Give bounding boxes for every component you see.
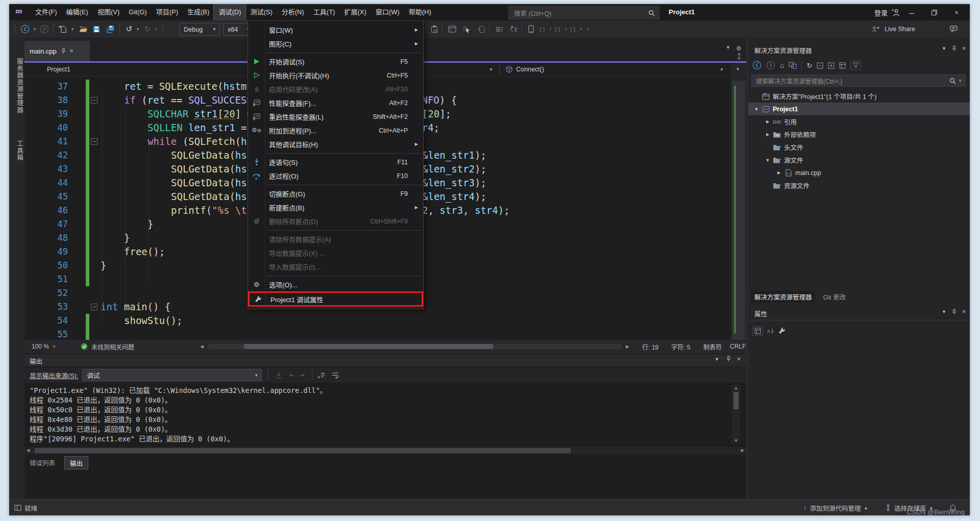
toolbar-grip[interactable] — [12, 20, 17, 38]
collapse-all-icon[interactable] — [817, 62, 823, 69]
pin-icon[interactable] — [951, 45, 957, 52]
debug-menu-item-9[interactable]: 其他调试目标(H)▶ — [248, 137, 423, 151]
tree-item-7[interactable]: 资源文件 — [748, 179, 970, 192]
tab-git-changes[interactable]: Git 更改 — [820, 291, 849, 303]
scroll-right-icon[interactable]: ▶ — [741, 448, 744, 453]
chevron-down-icon[interactable]: ▼ — [489, 63, 493, 76]
live-share-button[interactable]: Live Share — [882, 20, 918, 38]
menubar-item-6-open[interactable]: 调试(D) — [214, 4, 246, 20]
menubar-item-10[interactable]: 扩展(X) — [339, 4, 371, 20]
categorized-icon[interactable] — [752, 326, 763, 336]
break-all-icon[interactable] — [460, 20, 473, 38]
code-line-55[interactable]: 55 — [24, 328, 731, 340]
debug-menu-item-1[interactable]: 图形(C)▶ — [248, 37, 423, 51]
properties-header[interactable]: 属性 ▼ × — [748, 306, 970, 319]
send-feedback-icon[interactable] — [948, 20, 959, 38]
toolbar-overflow-dropdown[interactable]: ▼ — [585, 20, 591, 38]
minimize-button[interactable] — [900, 4, 923, 20]
debug-menu-item-4[interactable]: 开始执行(不调试)(H)Ctrl+F5 — [248, 68, 423, 82]
zoom-level-dropdown[interactable]: 100 % ▼ — [32, 340, 56, 353]
debug-menu-item-15[interactable]: 新建断点(B)▶ — [248, 201, 423, 214]
pin-icon[interactable] — [61, 48, 66, 54]
account-icon[interactable] — [892, 9, 900, 16]
menubar-item-11[interactable]: 窗口(W) — [371, 4, 404, 20]
close-icon[interactable]: × — [962, 308, 966, 315]
expander-closed-icon[interactable]: ▶ — [764, 132, 772, 137]
scroll-left-icon[interactable]: ◀ — [200, 340, 204, 353]
properties-icon[interactable] — [839, 62, 846, 69]
tree-item-5[interactable]: ▼源文件 — [748, 154, 970, 166]
scroll-right-icon[interactable]: ▶ — [626, 340, 629, 353]
debug-menu-item-0[interactable]: 窗口(W)▶ — [248, 23, 423, 37]
tab-error-list[interactable]: 错误列表 — [24, 456, 60, 469]
tree-item-3[interactable]: ▶外部依赖项 — [748, 128, 970, 141]
solution-explorer-search[interactable]: 搜索解决方案资源管理器(Ctrl+;) ▼ — [751, 75, 966, 87]
device-icon[interactable] — [526, 20, 536, 38]
navigate-back-dropdown[interactable]: ▼ — [32, 20, 38, 38]
switch-views-icon[interactable] — [789, 62, 797, 69]
expander-closed-icon[interactable]: ▶ — [764, 119, 772, 124]
hscrollbar-thumb[interactable] — [244, 344, 493, 349]
undo-dropdown[interactable]: ▼ — [135, 20, 141, 38]
attach-snippet-icon[interactable] — [429, 20, 440, 38]
editor-hscrollbar[interactable] — [208, 344, 622, 349]
debug-menu-item-8[interactable]: ⚙⚙附加到进程(P)...Ctrl+Alt+P — [248, 123, 423, 137]
close-icon[interactable]: × — [737, 356, 741, 363]
chevron-down-icon[interactable]: ▼ — [720, 63, 724, 76]
debug-menu-item-6[interactable]: 性能探查器(F)...Alt+F2 — [248, 96, 423, 110]
alphabetical-icon[interactable]: A — [767, 328, 774, 334]
toolbox-tab[interactable]: 工具箱 — [9, 133, 24, 168]
menubar-item-4[interactable]: 项目(P) — [152, 4, 183, 20]
live-share-icon[interactable] — [871, 20, 880, 38]
fold-marker[interactable]: − — [91, 304, 97, 310]
nav-project-dropdown[interactable]: Project1 — [47, 63, 70, 76]
navigate-back-button[interactable] — [19, 20, 31, 38]
menubar-item-0[interactable]: 文件(F) — [31, 4, 62, 20]
scrollbar-thumb[interactable] — [732, 81, 745, 346]
menubar-item-5[interactable]: 生成(B) — [183, 4, 214, 20]
health-indicator[interactable]: 未找到相关问题 — [81, 340, 134, 353]
navigate-forward-button[interactable] — [39, 20, 50, 38]
debug-menu-item-7[interactable]: 重启性能探查器(L)Shift+Alt+F2 — [248, 110, 423, 123]
server-explorer-tab[interactable]: 服务器资源管理器 — [9, 45, 24, 127]
tab-solution-explorer[interactable]: 解决方案资源管理器 — [751, 291, 815, 303]
scroll-up-icon[interactable]: ▲ — [734, 386, 738, 390]
property-pages-icon[interactable] — [778, 328, 785, 334]
filter-toggle-icon[interactable] — [850, 61, 861, 70]
undo-button[interactable]: ↺ — [124, 20, 135, 38]
menubar-item-3[interactable]: Git(G) — [124, 4, 151, 20]
immediate-window-icon[interactable] — [446, 20, 458, 38]
menu-item-project1-debug-properties[interactable]: Project1 调试属性 — [248, 291, 423, 307]
pin-icon[interactable] — [726, 356, 731, 363]
sync-with-active-document-icon[interactable]: ↻ — [806, 62, 812, 69]
close-tab-icon[interactable]: × — [70, 47, 74, 55]
pin-icon[interactable] — [951, 309, 957, 315]
tree-item-6[interactable]: ▶++main.cpp — [748, 166, 970, 179]
new-project-button[interactable] — [57, 20, 68, 38]
home-icon[interactable]: ⌂ — [780, 61, 784, 69]
save-all-button[interactable] — [104, 20, 117, 38]
debug-menu-item-14[interactable]: 切换断点(G)F9 — [248, 187, 423, 201]
output-vscrollbar[interactable]: ▲ ▼ — [732, 385, 740, 444]
tree-item-4[interactable]: 头文件 — [748, 141, 970, 154]
call-stack-window-icon[interactable] — [507, 20, 520, 38]
split-window-icon[interactable] — [736, 53, 742, 62]
add-to-source-control-button[interactable]: ↑ 添加到源代码管理 ▲ — [803, 500, 868, 515]
menubar-item-8[interactable]: 分析(N) — [277, 4, 309, 20]
tab-output[interactable]: 输出 — [64, 456, 88, 469]
menubar-item-9[interactable]: 工具(T) — [309, 4, 340, 20]
fold-marker[interactable]: − — [91, 138, 97, 145]
restore-button[interactable] — [923, 4, 945, 20]
output-panel-header[interactable]: 输出 ▼ × — [24, 354, 746, 366]
debug-menu-item-3[interactable]: 开始调试(S)F5 — [248, 55, 423, 68]
scroll-left-icon[interactable]: ◀ — [27, 448, 30, 453]
open-file-button[interactable] — [78, 20, 89, 38]
menubar-item-7[interactable]: 测试(S) — [246, 4, 277, 20]
word-wrap-icon[interactable] — [331, 371, 339, 379]
output-text[interactable]: "Project1.exe" (Win32): 已加载 "C:\Windows\… — [24, 385, 729, 444]
hscrollbar-thumb[interactable] — [35, 448, 571, 453]
chevron-down-icon[interactable]: ▼ — [942, 309, 946, 314]
chevron-down-icon[interactable]: ▼ — [942, 46, 946, 51]
quick-search-box[interactable]: 搜索 (Ctrl+Q) — [508, 6, 659, 19]
solution-configurations-combo[interactable]: Debug ▼ — [179, 23, 220, 36]
